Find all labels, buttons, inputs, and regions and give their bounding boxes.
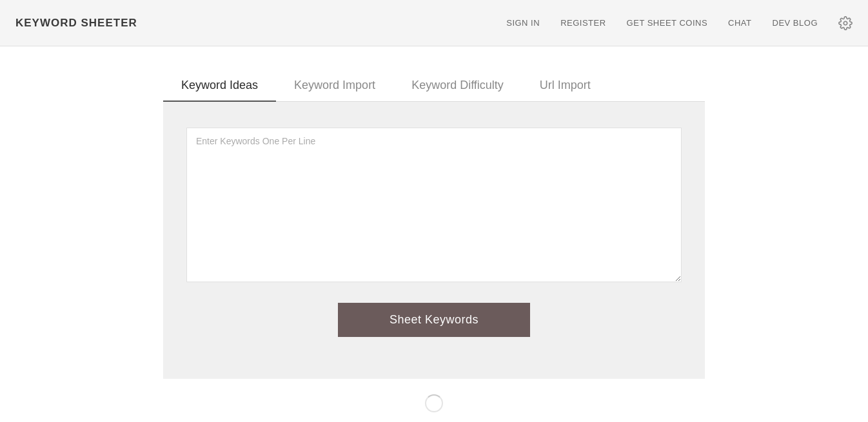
sheet-keywords-button[interactable]: Sheet Keywords bbox=[338, 303, 530, 337]
tab-keyword-difficulty[interactable]: Keyword Difficulty bbox=[393, 72, 522, 101]
tab-keyword-import[interactable]: Keyword Import bbox=[276, 72, 393, 101]
main-nav: SIGN IN REGISTER GET SHEET COINS CHAT DE… bbox=[506, 16, 853, 30]
loading-spinner bbox=[425, 394, 443, 412]
settings-icon[interactable] bbox=[838, 16, 853, 30]
nav-register[interactable]: REGISTER bbox=[560, 18, 606, 28]
nav-sign-in[interactable]: SIGN IN bbox=[506, 18, 540, 28]
app-logo: KEYWORD SHEETER bbox=[15, 17, 137, 30]
app-header: KEYWORD SHEETER SIGN IN REGISTER GET SHE… bbox=[0, 0, 868, 46]
tab-url-import[interactable]: Url Import bbox=[522, 72, 609, 101]
bottom-hint bbox=[425, 394, 443, 412]
nav-dev-blog[interactable]: DEV BLOG bbox=[773, 18, 818, 28]
tab-keyword-ideas[interactable]: Keyword Ideas bbox=[163, 72, 276, 101]
nav-chat[interactable]: CHAT bbox=[728, 18, 751, 28]
tab-content: Sheet Keywords bbox=[163, 102, 705, 379]
tab-bar: Keyword Ideas Keyword Import Keyword Dif… bbox=[163, 72, 705, 102]
nav-get-sheet-coins[interactable]: GET SHEET COINS bbox=[627, 18, 708, 28]
keywords-textarea[interactable] bbox=[186, 128, 682, 282]
svg-point-0 bbox=[843, 21, 847, 25]
main-content: Keyword Ideas Keyword Import Keyword Dif… bbox=[0, 46, 868, 412]
